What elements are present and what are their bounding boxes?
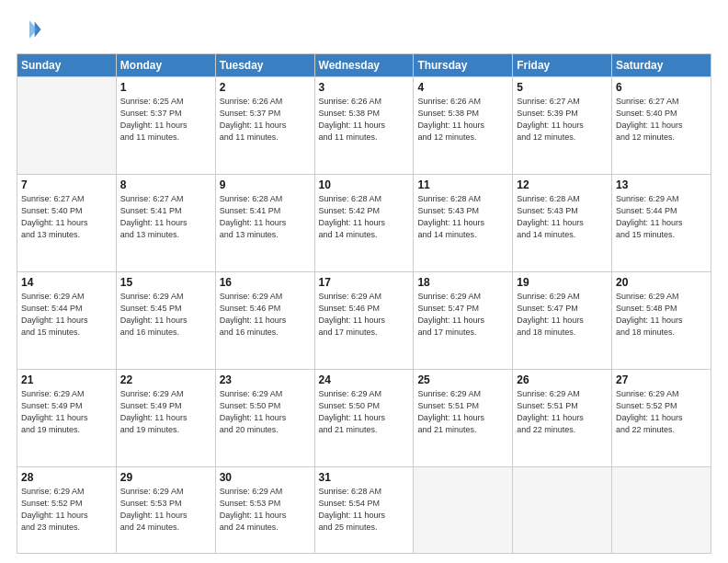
day-info: Sunrise: 6:29 AM Sunset: 5:49 PM Dayligh… xyxy=(120,388,211,436)
calendar-week-row: 1Sunrise: 6:25 AM Sunset: 5:37 PM Daylig… xyxy=(17,77,711,175)
day-info: Sunrise: 6:28 AM Sunset: 5:43 PM Dayligh… xyxy=(417,193,508,241)
day-info: Sunrise: 6:29 AM Sunset: 5:53 PM Dayligh… xyxy=(120,486,211,534)
day-info: Sunrise: 6:26 AM Sunset: 5:38 PM Dayligh… xyxy=(319,96,410,144)
calendar-day-cell: 2Sunrise: 6:26 AM Sunset: 5:37 PM Daylig… xyxy=(215,77,314,175)
calendar-day-cell: 18Sunrise: 6:29 AM Sunset: 5:47 PM Dayli… xyxy=(414,272,513,370)
day-number: 4 xyxy=(417,81,508,94)
calendar-day-cell xyxy=(513,467,612,554)
calendar-day-cell: 21Sunrise: 6:29 AM Sunset: 5:49 PM Dayli… xyxy=(17,370,117,467)
day-number: 15 xyxy=(120,276,211,289)
day-info: Sunrise: 6:26 AM Sunset: 5:37 PM Dayligh… xyxy=(220,96,311,144)
day-info: Sunrise: 6:29 AM Sunset: 5:53 PM Dayligh… xyxy=(220,486,311,534)
day-number: 19 xyxy=(517,276,608,289)
day-info: Sunrise: 6:28 AM Sunset: 5:41 PM Dayligh… xyxy=(220,193,311,241)
day-number: 5 xyxy=(517,81,608,94)
day-info: Sunrise: 6:29 AM Sunset: 5:49 PM Dayligh… xyxy=(21,388,112,436)
day-number: 7 xyxy=(21,178,112,191)
calendar-day-cell xyxy=(612,467,711,554)
calendar-header-wednesday: Wednesday xyxy=(314,54,414,77)
svg-marker-1 xyxy=(29,20,37,39)
day-number: 14 xyxy=(21,276,112,289)
day-number: 30 xyxy=(220,471,311,484)
calendar-day-cell: 8Sunrise: 6:27 AM Sunset: 5:41 PM Daylig… xyxy=(116,175,215,272)
day-number: 13 xyxy=(616,178,707,191)
day-number: 24 xyxy=(319,373,410,386)
calendar-day-cell: 1Sunrise: 6:25 AM Sunset: 5:37 PM Daylig… xyxy=(116,77,215,175)
day-number: 22 xyxy=(120,373,211,386)
calendar-week-row: 28Sunrise: 6:29 AM Sunset: 5:52 PM Dayli… xyxy=(17,467,711,554)
logo xyxy=(17,17,46,42)
calendar-week-row: 7Sunrise: 6:27 AM Sunset: 5:40 PM Daylig… xyxy=(17,175,711,272)
calendar-day-cell: 6Sunrise: 6:27 AM Sunset: 5:40 PM Daylig… xyxy=(612,77,711,175)
day-info: Sunrise: 6:29 AM Sunset: 5:50 PM Dayligh… xyxy=(319,388,410,436)
day-info: Sunrise: 6:29 AM Sunset: 5:46 PM Dayligh… xyxy=(220,291,311,339)
day-number: 18 xyxy=(417,276,508,289)
calendar-week-row: 21Sunrise: 6:29 AM Sunset: 5:49 PM Dayli… xyxy=(17,370,711,467)
calendar-header-saturday: Saturday xyxy=(612,54,711,77)
day-info: Sunrise: 6:26 AM Sunset: 5:38 PM Dayligh… xyxy=(417,96,508,144)
calendar-day-cell: 20Sunrise: 6:29 AM Sunset: 5:48 PM Dayli… xyxy=(612,272,711,370)
day-info: Sunrise: 6:29 AM Sunset: 5:51 PM Dayligh… xyxy=(417,388,508,436)
calendar-table: SundayMondayTuesdayWednesdayThursdayFrid… xyxy=(17,53,711,554)
day-info: Sunrise: 6:25 AM Sunset: 5:37 PM Dayligh… xyxy=(120,96,211,144)
day-info: Sunrise: 6:29 AM Sunset: 5:48 PM Dayligh… xyxy=(616,291,707,339)
day-number: 2 xyxy=(220,81,311,94)
calendar-header-monday: Monday xyxy=(116,54,215,77)
calendar-header-row: SundayMondayTuesdayWednesdayThursdayFrid… xyxy=(17,54,711,77)
calendar-day-cell: 10Sunrise: 6:28 AM Sunset: 5:42 PM Dayli… xyxy=(314,175,414,272)
day-number: 10 xyxy=(319,178,410,191)
day-number: 6 xyxy=(616,81,707,94)
day-info: Sunrise: 6:28 AM Sunset: 5:43 PM Dayligh… xyxy=(517,193,608,241)
day-number: 29 xyxy=(120,471,211,484)
calendar-day-cell xyxy=(17,77,117,175)
day-info: Sunrise: 6:28 AM Sunset: 5:42 PM Dayligh… xyxy=(319,193,410,241)
day-number: 20 xyxy=(616,276,707,289)
day-number: 27 xyxy=(616,373,707,386)
day-number: 12 xyxy=(517,178,608,191)
day-number: 11 xyxy=(417,178,508,191)
day-number: 3 xyxy=(319,81,410,94)
day-info: Sunrise: 6:27 AM Sunset: 5:39 PM Dayligh… xyxy=(517,96,608,144)
day-info: Sunrise: 6:29 AM Sunset: 5:44 PM Dayligh… xyxy=(616,193,707,241)
calendar-day-cell: 11Sunrise: 6:28 AM Sunset: 5:43 PM Dayli… xyxy=(414,175,513,272)
calendar-day-cell: 24Sunrise: 6:29 AM Sunset: 5:50 PM Dayli… xyxy=(314,370,414,467)
calendar-day-cell: 25Sunrise: 6:29 AM Sunset: 5:51 PM Dayli… xyxy=(414,370,513,467)
calendar-day-cell xyxy=(414,467,513,554)
calendar-day-cell: 14Sunrise: 6:29 AM Sunset: 5:44 PM Dayli… xyxy=(17,272,117,370)
calendar-day-cell: 30Sunrise: 6:29 AM Sunset: 5:53 PM Dayli… xyxy=(215,467,314,554)
day-info: Sunrise: 6:29 AM Sunset: 5:46 PM Dayligh… xyxy=(319,291,410,339)
day-number: 9 xyxy=(220,178,311,191)
calendar-day-cell: 7Sunrise: 6:27 AM Sunset: 5:40 PM Daylig… xyxy=(17,175,117,272)
calendar-header-sunday: Sunday xyxy=(17,54,117,77)
day-info: Sunrise: 6:29 AM Sunset: 5:47 PM Dayligh… xyxy=(517,291,608,339)
calendar-day-cell: 28Sunrise: 6:29 AM Sunset: 5:52 PM Dayli… xyxy=(17,467,117,554)
day-info: Sunrise: 6:28 AM Sunset: 5:54 PM Dayligh… xyxy=(319,486,410,534)
day-number: 16 xyxy=(220,276,311,289)
calendar-day-cell: 23Sunrise: 6:29 AM Sunset: 5:50 PM Dayli… xyxy=(215,370,314,467)
calendar-day-cell: 3Sunrise: 6:26 AM Sunset: 5:38 PM Daylig… xyxy=(314,77,414,175)
day-number: 26 xyxy=(517,373,608,386)
day-info: Sunrise: 6:29 AM Sunset: 5:44 PM Dayligh… xyxy=(21,291,112,339)
calendar-day-cell: 31Sunrise: 6:28 AM Sunset: 5:54 PM Dayli… xyxy=(314,467,414,554)
calendar-header-thursday: Thursday xyxy=(414,54,513,77)
day-info: Sunrise: 6:27 AM Sunset: 5:41 PM Dayligh… xyxy=(120,193,211,241)
day-info: Sunrise: 6:29 AM Sunset: 5:50 PM Dayligh… xyxy=(220,388,311,436)
day-info: Sunrise: 6:29 AM Sunset: 5:45 PM Dayligh… xyxy=(120,291,211,339)
day-number: 1 xyxy=(120,81,211,94)
calendar-header-friday: Friday xyxy=(513,54,612,77)
logo-icon xyxy=(17,17,42,42)
calendar-day-cell: 12Sunrise: 6:28 AM Sunset: 5:43 PM Dayli… xyxy=(513,175,612,272)
day-number: 8 xyxy=(120,178,211,191)
day-number: 23 xyxy=(220,373,311,386)
calendar-day-cell: 9Sunrise: 6:28 AM Sunset: 5:41 PM Daylig… xyxy=(215,175,314,272)
calendar-day-cell: 16Sunrise: 6:29 AM Sunset: 5:46 PM Dayli… xyxy=(215,272,314,370)
calendar-day-cell: 13Sunrise: 6:29 AM Sunset: 5:44 PM Dayli… xyxy=(612,175,711,272)
calendar-day-cell: 27Sunrise: 6:29 AM Sunset: 5:52 PM Dayli… xyxy=(612,370,711,467)
day-info: Sunrise: 6:29 AM Sunset: 5:47 PM Dayligh… xyxy=(417,291,508,339)
day-number: 21 xyxy=(21,373,112,386)
day-number: 28 xyxy=(21,471,112,484)
page: SundayMondayTuesdayWednesdayThursdayFrid… xyxy=(0,0,728,563)
day-info: Sunrise: 6:29 AM Sunset: 5:52 PM Dayligh… xyxy=(616,388,707,436)
calendar-day-cell: 29Sunrise: 6:29 AM Sunset: 5:53 PM Dayli… xyxy=(116,467,215,554)
day-info: Sunrise: 6:27 AM Sunset: 5:40 PM Dayligh… xyxy=(21,193,112,241)
